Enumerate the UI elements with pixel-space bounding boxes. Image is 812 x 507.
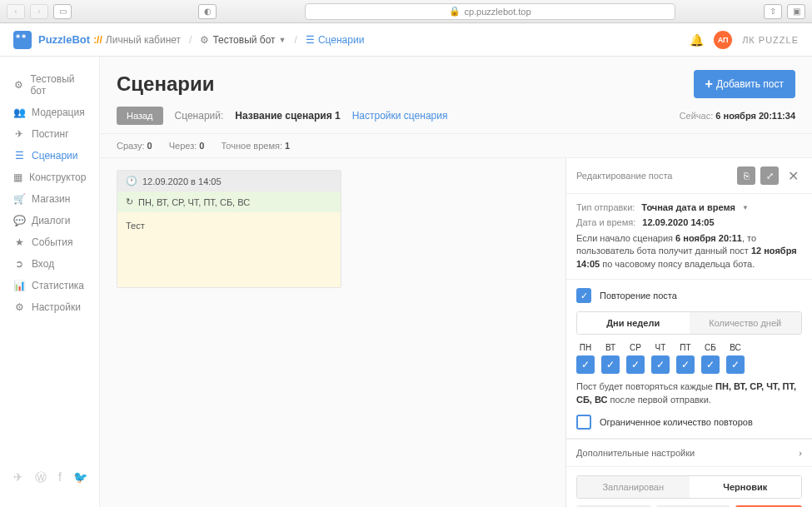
sidebar-item-moderation[interactable]: 👥Модерация <box>0 102 99 123</box>
bot-dropdown-icon[interactable]: ▼ <box>279 36 286 44</box>
browser-sidebar-toggle[interactable]: ▭ <box>53 4 72 19</box>
sidebar-item-bot[interactable]: ⚙Тестовый бот <box>0 68 99 102</box>
post-datetime: 12.09.2020 в 14:05 <box>142 176 222 186</box>
day-checkbox-sat[interactable]: ✓ <box>701 355 720 374</box>
logo-icon[interactable] <box>13 31 32 49</box>
sidebar-label: Диалоги <box>32 215 70 226</box>
user-avatar[interactable]: АП <box>714 31 732 49</box>
plane-icon: ✈ <box>13 128 25 140</box>
notifications-icon[interactable]: 🔔 <box>690 33 704 47</box>
filter-immediate: Сразу: 0 <box>117 141 152 151</box>
list-icon: ☰ <box>13 150 25 162</box>
day-checkbox-wed[interactable]: ✓ <box>626 355 645 374</box>
day-checkbox-thu[interactable]: ✓ <box>651 355 670 374</box>
status-planned[interactable]: Запланирован <box>577 476 690 498</box>
sidebar-label: Постинг <box>32 128 69 140</box>
chevron-down-icon[interactable]: ▼ <box>742 204 749 211</box>
now-value: 6 ноября 20:11:34 <box>715 111 795 121</box>
day-label-mon: ПН <box>580 343 591 352</box>
sidebar-item-scenarios[interactable]: ☰Сценарии <box>0 145 99 167</box>
panel-close-button[interactable]: ✕ <box>784 167 802 185</box>
browser-forward[interactable]: › <box>30 4 48 19</box>
sidebar-item-posting[interactable]: ✈Постинг <box>0 123 99 145</box>
bot-icon: ⚙ <box>200 34 209 46</box>
tab-weekdays[interactable]: Дни недели <box>577 312 690 334</box>
day-checkbox-sun[interactable]: ✓ <box>726 355 745 374</box>
tab-daycount[interactable]: Количество дней <box>690 312 802 334</box>
browser-tabs-icon[interactable]: ▣ <box>787 4 805 19</box>
sidebar-item-login[interactable]: ➲Вход <box>0 253 99 275</box>
facebook-icon[interactable]: f <box>58 470 62 485</box>
sidebar-label: Конструктор <box>29 171 86 183</box>
filter-exact: Точное время: 1 <box>221 141 290 151</box>
breadcrumb-scenarios[interactable]: Сценарии <box>318 34 364 46</box>
sidebar-item-events[interactable]: ★События <box>0 231 99 253</box>
sidebar-label: События <box>32 236 73 248</box>
scenario-settings-link[interactable]: Настройки сценария <box>352 110 448 122</box>
browser-back[interactable]: ‹ <box>7 4 25 19</box>
username[interactable]: ЛК PUZZLE <box>742 35 799 45</box>
now-label: Сейчас: <box>680 111 714 121</box>
brand-separator: :// <box>93 34 102 46</box>
edit-panel: Редактирование поста ⎘ ⤢ ✕ Тип отправки:… <box>565 158 812 507</box>
lock-icon: 🔒 <box>449 6 461 17</box>
sidebar-item-dialogs[interactable]: 💬Диалоги <box>0 210 99 231</box>
day-checkbox-fri[interactable]: ✓ <box>676 355 695 374</box>
vk-icon[interactable]: Ⓦ <box>35 470 47 485</box>
status-draft[interactable]: Черновик <box>690 476 802 498</box>
sidebar-item-shop[interactable]: 🛒Магазин <box>0 188 99 210</box>
post-repeat-days: ПН, ВТ, СР, ЧТ, ПТ, СБ, ВС <box>138 197 250 207</box>
back-button[interactable]: Назад <box>117 107 163 125</box>
day-label-wed: СР <box>630 343 641 352</box>
gear-icon: ⚙ <box>13 301 25 313</box>
browser-share-icon[interactable]: ⇧ <box>764 4 782 19</box>
breadcrumb-sep-2: / <box>295 34 297 46</box>
day-checkbox-tue[interactable]: ✓ <box>601 355 620 374</box>
panel-expand-button[interactable]: ⤢ <box>760 167 779 185</box>
limit-label: Ограниченное количество повторов <box>600 417 753 427</box>
sidebar-item-stats[interactable]: 📊Статистика <box>0 275 99 296</box>
breadcrumb-bot[interactable]: Тестовый бот <box>212 34 275 46</box>
telegram-icon[interactable]: ✈ <box>13 470 23 485</box>
sidebar-item-settings[interactable]: ⚙Настройки <box>0 296 99 318</box>
additional-settings-toggle[interactable]: Дополнительные настройки › <box>566 439 812 467</box>
day-label-tue: ВТ <box>605 343 615 352</box>
main-content: Сценарии + Добавить пост Назад Сценарий:… <box>100 57 812 507</box>
repeat-checkbox[interactable]: ✓ <box>576 288 591 303</box>
send-type-value[interactable]: Точная дата и время <box>641 202 735 212</box>
repeat-info: Пост будет повторяться каждые ПН, ВТ, СР… <box>576 380 802 406</box>
chat-icon: 💬 <box>13 215 25 226</box>
chevron-right-icon: › <box>799 448 802 458</box>
page-title: Сценарии <box>117 72 214 96</box>
sidebar-label: Сценарии <box>32 150 77 162</box>
brand-name[interactable]: PuzzleBot <box>38 33 90 46</box>
gear-icon: ⚙ <box>13 79 23 91</box>
breadcrumb-cabinet[interactable]: Личный кабинет <box>106 34 181 46</box>
enter-icon: ➲ <box>13 258 25 270</box>
days-row: ПН✓ ВТ✓ СР✓ ЧТ✓ ПТ✓ СБ✓ ВС✓ <box>576 343 802 374</box>
day-checkbox-mon[interactable]: ✓ <box>576 355 595 374</box>
scenario-name: Название сценария 1 <box>235 110 340 122</box>
datetime-label: Дата и время: <box>576 217 635 227</box>
sidebar-item-constructor[interactable]: ▦Конструктор <box>0 167 99 188</box>
browser-url-bar[interactable]: 🔒 cp.puzzlebot.top <box>305 3 675 20</box>
app-header: PuzzleBot :// Личный кабинет / ⚙ Тестовы… <box>0 23 812 57</box>
repeat-mode-tabs: Дни недели Количество дней <box>576 311 802 335</box>
clock-icon: 🕐 <box>126 176 137 186</box>
post-card-header: 🕐 12.09.2020 в 14:05 <box>117 171 341 191</box>
datetime-value[interactable]: 12.09.2020 14:05 <box>642 217 714 227</box>
post-card[interactable]: 🕐 12.09.2020 в 14:05 ↻ ПН, ВТ, СР, ЧТ, П… <box>117 170 341 288</box>
browser-toolbar: ‹ › ▭ ◐ 🔒 cp.puzzlebot.top ⇧ ▣ <box>0 0 812 23</box>
repeat-label: Повторение поста <box>600 291 677 301</box>
send-type-label: Тип отправки: <box>576 202 635 212</box>
plus-icon: + <box>705 77 713 92</box>
browser-url-text: cp.puzzlebot.top <box>464 7 531 17</box>
twitter-icon[interactable]: 🐦 <box>73 470 87 485</box>
filter-row: Сразу: 0 Через: 0 Точное время: 1 <box>100 134 812 158</box>
browser-shield-icon[interactable]: ◐ <box>198 4 217 19</box>
add-post-button[interactable]: + Добавить пост <box>694 70 795 98</box>
day-label-sun: ВС <box>730 343 741 352</box>
panel-copy-button[interactable]: ⎘ <box>737 167 755 185</box>
limit-checkbox[interactable] <box>576 415 591 430</box>
sidebar-label: Вход <box>32 258 54 270</box>
